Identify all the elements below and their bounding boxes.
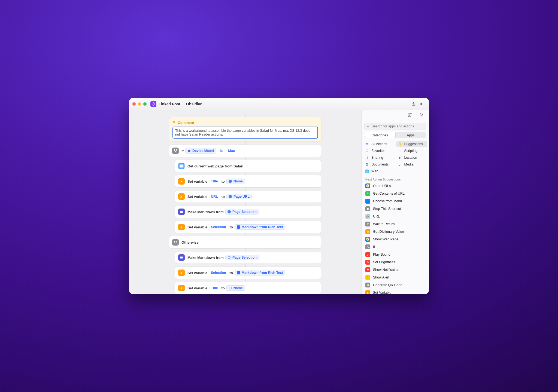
category-location[interactable]: ➤Location: [396, 155, 427, 161]
add-to-library-button[interactable]: [406, 111, 414, 118]
category-web[interactable]: 🌐Web: [363, 168, 395, 174]
variable-icon: x: [178, 224, 185, 230]
suggestion-icon: ⬇︎: [365, 191, 370, 196]
get-webpage-action[interactable]: Get current web page from Safari: [175, 160, 322, 172]
suggestion-icon: ♪: [365, 252, 370, 257]
suggestion-wait-to-return[interactable]: ⏎Wait to Return: [364, 220, 427, 228]
svg-point-3: [174, 149, 175, 150]
suggestion-stop-this-shortcut[interactable]: ■Stop This Shortcut: [364, 205, 427, 213]
if-value[interactable]: Mac: [226, 148, 236, 153]
category-label: Sharing: [371, 156, 383, 160]
suggestion-generate-qr-code[interactable]: ▦Generate QR Code: [364, 281, 427, 289]
value-chip[interactable]: Markdown from Rich Text: [235, 270, 285, 275]
variable-icon: x: [178, 285, 185, 291]
set-variable-title-action-2[interactable]: x Set variable Title to Name: [175, 282, 322, 294]
set-variable-url-action[interactable]: x Set variable URL to Page URL: [175, 191, 322, 203]
suggestion-choose-from-menu[interactable]: ☰Choose from Menu: [364, 197, 427, 205]
if-variable-chip[interactable]: Device Model: [185, 148, 216, 154]
if-operator[interactable]: is: [218, 148, 225, 153]
suggestion-icon: ⌥: [365, 244, 370, 249]
suggestion-set-brightness[interactable]: ☀Set Brightness: [364, 258, 427, 266]
variable-name[interactable]: Selection: [209, 225, 228, 229]
suggestion-show-notification[interactable]: ✱Show Notification: [364, 266, 427, 274]
suggestion-icon: 🧭: [365, 237, 370, 242]
category-label: Scripting: [404, 149, 418, 153]
suggestion-icon: ✱: [365, 267, 370, 272]
suggestion-show-alert[interactable]: !Show Alert: [364, 274, 427, 281]
svg-rect-8: [180, 257, 183, 259]
category-media[interactable]: ♪Media: [396, 161, 427, 168]
settings-button[interactable]: [417, 111, 426, 118]
suggestions-header: Next Action Suggestions: [362, 176, 429, 182]
zoom-window[interactable]: [143, 102, 147, 106]
variable-name[interactable]: Title: [209, 179, 220, 184]
search-input[interactable]: [364, 123, 426, 130]
value-chip[interactable]: Markdown from Rich Text: [235, 224, 285, 230]
run-button[interactable]: [417, 100, 426, 108]
comment-text[interactable]: This is a workaround to assemble the sam…: [172, 127, 318, 139]
category-icon: ♡: [365, 149, 369, 153]
editor-canvas[interactable]: ≡ Comment This is a workaround to assemb…: [129, 110, 361, 294]
set-variable-selection-action[interactable]: x Set variable Selection to Markdown fro…: [175, 221, 322, 233]
value-chip[interactable]: Page Selection: [225, 255, 259, 260]
value-chip[interactable]: Name: [226, 285, 245, 291]
svg-rect-9: [228, 256, 230, 259]
value-chip[interactable]: Name: [226, 179, 245, 184]
suggestion-label: URL: [373, 215, 380, 218]
variable-name[interactable]: Selection: [209, 270, 228, 275]
category-suggestions[interactable]: ✨Suggestions: [396, 141, 427, 147]
suggestion-get-dictionary-value[interactable]: {}Get Dictionary Value: [364, 228, 427, 235]
comment-icon: ≡: [172, 120, 175, 125]
category-icon: ≣: [365, 142, 369, 146]
suggestion-label: Play Sound: [373, 253, 390, 256]
svg-point-4: [176, 149, 177, 150]
category-label: Favorites: [371, 149, 385, 153]
search-field[interactable]: [364, 123, 426, 130]
library-segmented[interactable]: Categories Apps: [364, 132, 426, 137]
value-chip[interactable]: Page Selection: [225, 209, 259, 215]
suggestion-show-web-page[interactable]: 🧭Show Web Page: [364, 235, 427, 243]
variable-name[interactable]: Title: [209, 286, 220, 290]
suggestion-url[interactable]: 🔗URL: [364, 213, 427, 220]
make-markdown-action-2[interactable]: Make Markdown from Page Selection: [175, 252, 322, 264]
suggestion-open-urls[interactable]: 🧭Open URLs: [364, 182, 427, 190]
variable-name[interactable]: URL: [209, 194, 220, 199]
suggestion-play-sound[interactable]: ♪Play Sound: [364, 251, 427, 258]
suggestion-label: Stop This Shortcut: [373, 207, 401, 211]
suggestion-label: Set Variable: [373, 291, 391, 294]
if-action[interactable]: If Device Model is Mac: [169, 145, 322, 157]
suggestion-icon: ■: [365, 206, 370, 211]
make-markdown-action[interactable]: Make Markdown from Page Selection: [175, 206, 322, 218]
value-chip[interactable]: Page URL: [226, 194, 252, 199]
seg-categories[interactable]: Categories: [364, 132, 395, 137]
svg-rect-5: [188, 150, 190, 152]
category-favorites[interactable]: ♡Favorites: [363, 148, 395, 154]
category-scripting[interactable]: ⌁Scripting: [396, 148, 427, 154]
set-variable-selection-action-2[interactable]: x Set variable Selection to Markdown fro…: [175, 267, 322, 279]
markdown-icon: [178, 254, 185, 261]
category-icon: ✨: [398, 142, 402, 146]
if-icon: [172, 148, 179, 154]
suggestion-set-variable[interactable]: xSet Variable: [364, 289, 427, 294]
otherwise-action[interactable]: Otherwise: [169, 236, 322, 248]
if-keyword: If: [181, 149, 184, 153]
category-sharing[interactable]: ⇪Sharing: [363, 155, 395, 161]
minimize-window[interactable]: [138, 102, 141, 106]
category-documents[interactable]: 🗎Documents: [363, 161, 395, 168]
seg-apps[interactable]: Apps: [395, 132, 426, 137]
titlebar: Linked Post → Obsidian: [129, 98, 429, 110]
suggestion-icon: 🧭: [365, 183, 370, 188]
category-label: Suggestions: [404, 142, 423, 146]
svg-line-1: [152, 103, 154, 105]
category-all-actions[interactable]: ≣All Actions: [363, 141, 395, 147]
category-label: Web: [371, 169, 378, 173]
comment-action[interactable]: ≡ Comment This is a workaround to assemb…: [169, 117, 322, 142]
set-variable-title-action[interactable]: x Set variable Title to Name: [175, 175, 322, 187]
suggestion-label: Open URLs: [373, 184, 391, 188]
suggestion-get-contents-of-url[interactable]: ⬇︎Get Contents of URL: [364, 190, 427, 197]
close-window[interactable]: [132, 102, 136, 106]
library-sidebar: Categories Apps ≣All Actions✨Suggestions…: [361, 110, 429, 294]
share-button[interactable]: [409, 100, 417, 108]
window-title: Linked Post → Obsidian: [159, 102, 202, 106]
suggestion-if[interactable]: ⌥If: [364, 243, 427, 251]
